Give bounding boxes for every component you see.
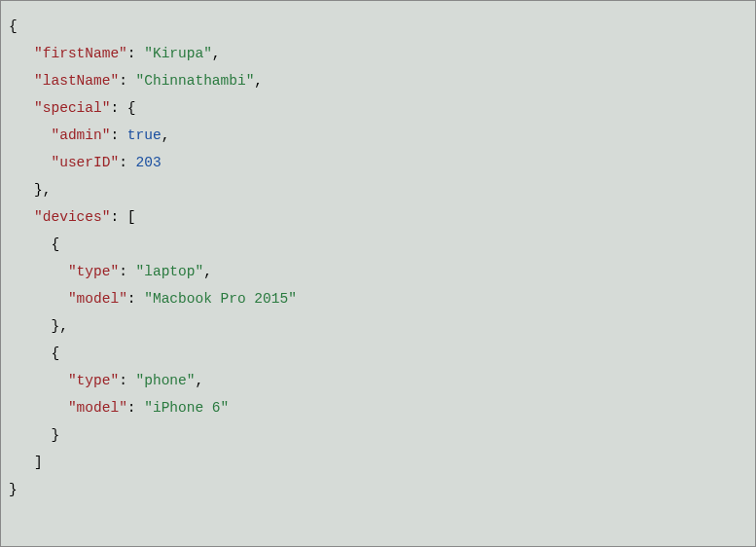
value-lastName: "Chinnathambi": [136, 73, 255, 89]
brace-close: }: [52, 427, 60, 443]
colon: :: [127, 400, 136, 416]
bracket-close: ]: [34, 455, 43, 470]
comma: ,: [59, 318, 68, 334]
colon: :: [127, 46, 136, 61]
brace-close: }: [9, 482, 18, 497]
key-model: "model": [68, 400, 127, 416]
key-model: "model": [68, 291, 127, 307]
space: [136, 400, 145, 416]
value-userID: 203: [136, 155, 162, 170]
colon: :: [110, 209, 119, 225]
comma: ,: [203, 264, 212, 279]
value-firstName: "Kirupa": [144, 46, 212, 61]
key-devices: "devices": [34, 209, 110, 225]
colon: :: [110, 100, 119, 116]
key-type: "type": [68, 264, 119, 279]
brace-close: }: [34, 182, 43, 198]
space: [136, 291, 145, 307]
brace-open: {: [52, 237, 60, 252]
comma: ,: [254, 73, 263, 89]
value-dev2-model: "iPhone 6": [144, 400, 229, 416]
brace-open: {: [9, 18, 18, 34]
key-admin: "admin": [52, 128, 111, 143]
space: [127, 73, 136, 89]
space: [119, 100, 127, 116]
colon: :: [119, 373, 127, 388]
value-dev2-type: "phone": [136, 373, 196, 388]
colon: :: [127, 291, 136, 307]
colon: :: [119, 73, 127, 89]
colon: :: [119, 264, 127, 279]
space: [127, 373, 136, 388]
key-special: "special": [34, 100, 110, 116]
space: [119, 128, 127, 143]
colon: :: [110, 128, 119, 143]
brace-close: }: [52, 318, 60, 334]
space: [127, 155, 136, 170]
comma: ,: [195, 373, 203, 388]
colon: :: [119, 155, 127, 170]
space: [119, 209, 127, 225]
key-firstName: "firstName": [34, 46, 127, 61]
comma: ,: [43, 182, 52, 198]
brace-open: {: [127, 100, 136, 116]
key-type: "type": [68, 373, 119, 388]
key-lastName: "lastName": [34, 73, 119, 89]
bracket-open: [: [127, 209, 136, 225]
comma: ,: [212, 46, 221, 61]
space: [127, 264, 136, 279]
key-userID: "userID": [52, 155, 120, 170]
value-admin: true: [127, 128, 162, 143]
comma: ,: [162, 128, 170, 143]
space: [136, 46, 145, 61]
brace-open: {: [52, 346, 60, 361]
json-code-block: { "firstName": "Kirupa", "lastName": "Ch…: [9, 13, 747, 503]
value-dev1-type: "laptop": [136, 264, 204, 279]
value-dev1-model: "Macbook Pro 2015": [144, 291, 297, 307]
